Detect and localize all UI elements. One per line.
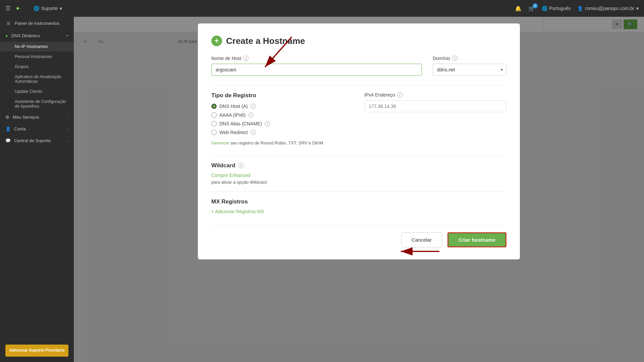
support-button[interactable]: 🌐 Suporte ▾	[34, 6, 62, 11]
modal-title-row: + Create a Hostname	[211, 36, 506, 46]
user-email: romeu@panops.com.br	[585, 6, 634, 11]
sidebar-dashboard-label: Painel de Instrumentos	[15, 21, 59, 26]
sidebar-item-noip-hostnames[interactable]: No-IP Hostnames	[0, 42, 74, 52]
dns-host-info-icon[interactable]: i	[251, 104, 256, 109]
dashboard-icon: ⊞	[5, 21, 11, 26]
divider-3	[211, 191, 506, 192]
sidebar-item-assistente[interactable]: Assistente de Configuração de Aparelhos	[0, 97, 74, 111]
domain-info-icon[interactable]: i	[452, 56, 458, 61]
wildcard-title-row: Wildcard i	[211, 162, 506, 169]
sidebar-item-pessoal-hostnames[interactable]: Pessoal Hostnames	[0, 52, 74, 62]
radio-dns-host-input[interactable]	[211, 104, 217, 109]
sidebar-item-app-atualizacao[interactable]: Aplicativo de Atualização Automáticas	[0, 72, 74, 86]
globe-support-icon: 🌐	[34, 6, 39, 11]
language-selector[interactable]: 🌐 Português	[542, 6, 571, 11]
main-content: ✕ 🔍 H... my... ...do-IP para cada client…	[74, 17, 644, 362]
radio-dns-alias-input[interactable]	[211, 121, 217, 126]
aaaa-info-icon[interactable]: i	[248, 112, 254, 118]
wildcard-info-icon[interactable]: i	[238, 163, 244, 168]
registro-ipv4-row: Tipo de Registro DNS Host (A) i AAAA (IP…	[211, 92, 506, 146]
radio-dns-alias-label: DNS Alias (CNAME)	[219, 121, 262, 126]
central-suporte-label: Central de Suporte	[14, 138, 51, 143]
mx-title: MX Registros	[211, 198, 506, 205]
hamburger-menu-icon[interactable]: ☰	[5, 5, 11, 12]
divider-1	[211, 85, 506, 85]
noip-hostnames-label: No-IP Hostnames	[15, 44, 48, 49]
central-suporte-chevron-icon: ›	[67, 139, 68, 143]
radio-web-redirect-item[interactable]: Web Redirect i	[211, 130, 354, 135]
wildcard-desc: para ativar a opção Wildcard	[211, 180, 506, 185]
mx-section: MX Registros + Adicionar Registros MX	[211, 198, 506, 215]
buy-enhanced-link[interactable]: Compre Enhanced	[211, 173, 251, 178]
radio-dns-host-item[interactable]: DNS Host (A) i	[211, 104, 354, 109]
add-priority-support-button[interactable]: Adicionar Suporte Prioritário	[5, 345, 68, 357]
user-icon: 👤	[577, 6, 583, 11]
domain-select[interactable]: ddns.net no-ip.org no-ip.biz no-ip.info	[433, 64, 497, 75]
radio-group: DNS Host (A) i AAAA (IPv6) i DNS Alias (…	[211, 104, 354, 135]
ipv4-label-text: IPv4 Endereço	[364, 92, 395, 98]
globe-lang-icon: 🌐	[542, 6, 547, 11]
cart-button[interactable]: 🛒 0	[528, 5, 535, 12]
sidebar-item-meu-servicos[interactable]: ⚙ Meu Serviços ›	[0, 111, 74, 123]
conta-icon: 👤	[5, 126, 11, 131]
servicos-chevron-icon: ›	[67, 115, 68, 119]
radio-dns-alias-item[interactable]: DNS Alias (CNAME) i	[211, 121, 354, 126]
grupos-label: Grupos	[15, 64, 29, 69]
sidebar-item-dns-dinamico[interactable]: ● DNS Dinâmico ▾	[0, 30, 74, 42]
ipv4-input[interactable]	[364, 100, 506, 112]
sidebar-item-dashboard[interactable]: ⊞ Painel de Instrumentos	[0, 17, 74, 30]
logo: no -ip	[16, 3, 27, 14]
radio-web-redirect-input[interactable]	[211, 130, 217, 135]
wildcard-title-text: Wildcard	[211, 162, 235, 169]
update-clients-label: Update Clients	[15, 89, 42, 94]
modal-footer: Cancelar Criar hostname	[211, 225, 506, 247]
conta-chevron-icon: ›	[67, 127, 68, 131]
ipv4-group: IPv4 Endereço i	[364, 92, 506, 112]
modal-overlay: + Create a Hostname Nome de Host i	[74, 17, 644, 362]
domain-field-group: Domínio i ddns.net no-ip.org no-ip.biz n…	[433, 56, 506, 76]
support-chevron-icon: ▾	[60, 6, 62, 11]
radio-aaaa-label: AAAA (IPv6)	[219, 112, 246, 118]
ipv4-info-icon[interactable]: i	[397, 92, 402, 98]
cancel-button[interactable]: Cancelar	[401, 232, 442, 247]
meu-servicos-label: Meu Serviços	[13, 115, 39, 120]
sidebar: ⊞ Painel de Instrumentos ● DNS Dinâmico …	[0, 17, 74, 362]
sidebar-item-conta[interactable]: 👤 Conta ›	[0, 123, 74, 135]
manage-desc: seu registro de Round Robin, TXT, SRV e …	[230, 140, 323, 145]
sidebar-item-central-suporte[interactable]: 💬 Central de Suporte ›	[0, 135, 74, 146]
create-hostname-button[interactable]: Criar hostname	[447, 232, 506, 247]
assistente-label: Assistente de Configuração de Aparelhos	[15, 99, 66, 109]
dns-alias-info-icon[interactable]: i	[265, 121, 270, 126]
hostname-field-group: Nome de Host i	[211, 56, 422, 76]
hostname-domain-row: Nome de Host i Domínio i ddns.net	[211, 56, 506, 76]
create-hostname-modal: + Create a Hostname Nome de Host i	[198, 23, 520, 259]
ipv4-label: IPv4 Endereço i	[364, 92, 506, 98]
registro-section-title: Tipo de Registro	[211, 92, 354, 99]
cart-badge: 0	[533, 3, 538, 8]
web-redirect-info-icon[interactable]: i	[251, 130, 256, 135]
language-label: Português	[549, 6, 571, 11]
bell-notification-button[interactable]: 🔔	[515, 5, 522, 12]
sidebar-item-grupos[interactable]: Grupos	[0, 62, 74, 72]
dns-chevron-icon: ▾	[66, 34, 68, 38]
sidebar-item-update-clients[interactable]: Update Clients	[0, 86, 74, 97]
hostname-info-icon[interactable]: i	[243, 56, 249, 61]
radio-aaaa-item[interactable]: AAAA (IPv6) i	[211, 112, 354, 118]
manage-link[interactable]: Gerencie	[211, 140, 229, 145]
add-mx-link[interactable]: + Adicionar Registros MX	[211, 209, 264, 214]
domain-label-text: Domínio	[433, 56, 450, 61]
app-atualizacao-label: Aplicativo de Atualização Automáticas	[15, 74, 61, 84]
wildcard-section: Wildcard i Compre Enhanced para ativar a…	[211, 162, 506, 185]
logo-image: no -ip	[16, 3, 27, 14]
bell-icon: 🔔	[515, 6, 522, 11]
pessoal-hostnames-label: Pessoal Hostnames	[15, 54, 52, 59]
hostname-input[interactable]	[211, 64, 422, 76]
servicos-icon: ⚙	[5, 115, 9, 120]
hostname-label: Nome de Host i	[211, 56, 422, 61]
hostname-label-text: Nome de Host	[211, 56, 241, 61]
suporte-icon: 💬	[5, 138, 11, 143]
user-menu[interactable]: 👤 romeu@panops.com.br ▾	[577, 6, 639, 11]
radio-aaaa-input[interactable]	[211, 112, 217, 118]
domain-label: Domínio i	[433, 56, 506, 61]
top-navigation: ☰ no -ip 🌐 Suporte ▾ 🔔 🛒 0 🌐 Português	[0, 0, 644, 17]
